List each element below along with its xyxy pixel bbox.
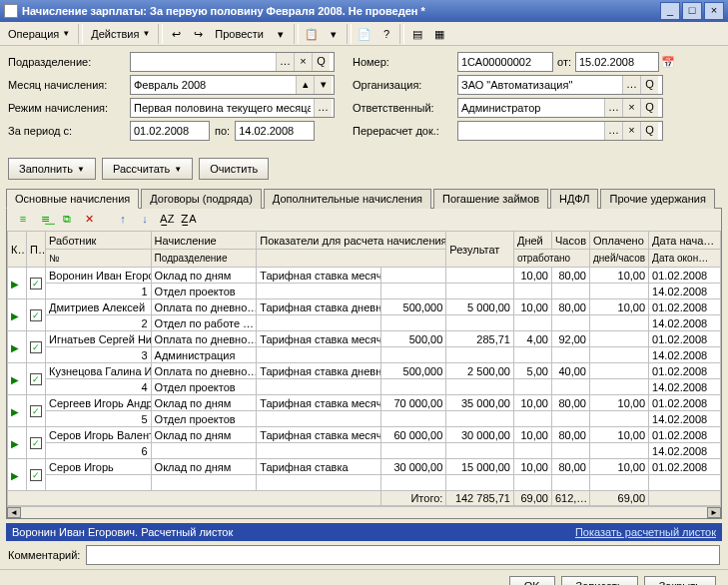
actions-menu[interactable]: Действия▼ bbox=[85, 26, 156, 42]
month-input[interactable]: ▴ ▾ bbox=[130, 75, 335, 95]
col-p[interactable]: П… bbox=[27, 232, 46, 268]
edit-row-icon[interactable]: ≡͟ bbox=[35, 211, 55, 229]
table-row[interactable]: ▶✓ Сергеев Игорь АндреевичОклад по днямТ… bbox=[8, 395, 721, 411]
col-podr[interactable]: Подразделение bbox=[151, 250, 257, 268]
add-row-icon[interactable]: ≡ bbox=[13, 211, 33, 229]
delete-row-icon[interactable]: ✕ bbox=[79, 211, 99, 229]
minimize-button[interactable]: _ bbox=[660, 2, 680, 20]
recalc-input[interactable]: … × Q bbox=[457, 121, 663, 141]
comment-input[interactable] bbox=[86, 545, 720, 565]
tab-contracts[interactable]: Договоры (подряда) bbox=[141, 189, 262, 209]
ellipsis-icon[interactable]: … bbox=[314, 99, 332, 117]
ellipsis-icon[interactable]: … bbox=[622, 76, 640, 94]
clear-button[interactable]: Очистить bbox=[199, 158, 269, 180]
clear-icon[interactable]: × bbox=[622, 122, 640, 140]
list1-icon[interactable]: ▤ bbox=[408, 25, 426, 43]
col-worked[interactable]: отработано bbox=[513, 250, 589, 268]
spin-up-icon[interactable]: ▴ bbox=[296, 76, 314, 94]
tab-main[interactable]: Основные начисления bbox=[6, 189, 139, 209]
table-row[interactable]: ▶✓ Дмитриев АлексейОплата по дневно…Тари… bbox=[8, 299, 721, 315]
menubar: Операция▼ Действия▼ ↩ ↪ Провести ▾ 📋 ▾ 📄… bbox=[0, 22, 728, 46]
clear-icon[interactable]: × bbox=[294, 53, 312, 71]
table-row[interactable]: 614.02.2008 bbox=[8, 443, 721, 459]
search-icon[interactable]: Q bbox=[640, 122, 658, 140]
col-date-to[interactable]: Дата окон… bbox=[649, 250, 721, 268]
tab-additional[interactable]: Дополнительные начисления bbox=[264, 189, 431, 209]
calendar-icon[interactable]: 📅 bbox=[661, 56, 675, 69]
table-row[interactable]: ▶✓ Игнатьев Сергей НиколаевичОплата по д… bbox=[8, 331, 721, 347]
recalc-label: Перерасчет док.: bbox=[353, 125, 457, 137]
tab-loans[interactable]: Погашение займов bbox=[433, 189, 548, 209]
sort-asc-icon[interactable]: A̲Z bbox=[157, 211, 177, 229]
forward-icon[interactable]: ↪ bbox=[189, 25, 207, 43]
table-row[interactable] bbox=[8, 475, 721, 491]
ellipsis-icon[interactable]: … bbox=[604, 122, 622, 140]
copy-row-icon[interactable]: ⧉ bbox=[57, 211, 77, 229]
search-icon[interactable]: Q bbox=[640, 99, 658, 117]
date-input[interactable] bbox=[575, 52, 659, 72]
close-button[interactable]: Закрыть bbox=[644, 576, 716, 585]
table-row[interactable]: 3Администрация14.02.2008 bbox=[8, 347, 721, 363]
maximize-button[interactable]: □ bbox=[682, 2, 702, 20]
col-days[interactable]: Дней bbox=[513, 232, 551, 250]
tab-other[interactable]: Прочие удержания bbox=[600, 189, 714, 209]
resp-input[interactable]: … × Q bbox=[457, 98, 663, 118]
save-button[interactable]: Записать bbox=[561, 576, 638, 585]
period-to-input[interactable] bbox=[235, 121, 315, 141]
table-row[interactable]: ▶✓ Серов ИгорьОклад по днямТарифная став… bbox=[8, 459, 721, 475]
show-payslip-link[interactable]: Показать расчетный листок bbox=[575, 526, 716, 538]
dropdown-icon[interactable]: ▾ bbox=[272, 25, 290, 43]
help-icon[interactable]: ? bbox=[377, 25, 395, 43]
list2-icon[interactable]: ▦ bbox=[430, 25, 448, 43]
ellipsis-icon[interactable]: … bbox=[604, 99, 622, 117]
move-down-icon[interactable]: ↓ bbox=[135, 211, 155, 229]
table-row[interactable]: ▶✓ Серов Игорь ВалентиновичОклад по дням… bbox=[8, 427, 721, 443]
col-paid-sub[interactable]: дней/часов bbox=[589, 250, 648, 268]
tool3-icon[interactable]: 📄 bbox=[356, 25, 373, 43]
number-label: Номер: bbox=[353, 56, 457, 68]
period-to-label: по: bbox=[215, 125, 230, 137]
col-paid[interactable]: Оплачено bbox=[589, 232, 648, 250]
col-result[interactable]: Результат bbox=[446, 232, 514, 268]
col-accrual[interactable]: Начисление bbox=[151, 232, 257, 250]
titlebar: Начисление зарплаты: За первую половину … bbox=[0, 0, 728, 22]
ot-label: от: bbox=[557, 56, 571, 68]
move-up-icon[interactable]: ↑ bbox=[113, 211, 133, 229]
tool1-icon[interactable]: 📋 bbox=[303, 25, 321, 43]
resp-label: Ответственный: bbox=[353, 102, 457, 114]
mode-input[interactable]: … bbox=[130, 98, 335, 118]
tab-ndfl[interactable]: НДФЛ bbox=[550, 189, 598, 209]
clear-icon[interactable]: × bbox=[622, 99, 640, 117]
operation-menu[interactable]: Операция▼ bbox=[2, 26, 76, 42]
table-row[interactable]: ▶✓ Воронин Иван ЕгоровичОклад по днямТар… bbox=[8, 268, 721, 284]
col-k[interactable]: К… bbox=[8, 232, 27, 268]
col-employee[interactable]: Работник bbox=[46, 232, 152, 250]
table-row[interactable]: 1Отдел проектов14.02.2008 bbox=[8, 284, 721, 299]
window-title: Начисление зарплаты: За первую половину … bbox=[22, 5, 658, 17]
ellipsis-icon[interactable]: … bbox=[276, 53, 294, 71]
col-indicators[interactable]: Показатели для расчета начисления bbox=[257, 232, 446, 250]
podrazdelenie-input[interactable]: … × Q bbox=[130, 52, 335, 72]
fill-button[interactable]: Заполнить▼ bbox=[8, 158, 96, 180]
number-input[interactable] bbox=[457, 52, 553, 72]
search-icon[interactable]: Q bbox=[640, 76, 658, 94]
search-icon[interactable]: Q bbox=[312, 53, 330, 71]
period-from-input[interactable] bbox=[130, 121, 210, 141]
col-no[interactable]: № bbox=[46, 250, 152, 268]
calc-button[interactable]: Рассчитать▼ bbox=[102, 158, 193, 180]
tool2-icon[interactable]: ▾ bbox=[325, 25, 343, 43]
table-row[interactable]: 4Отдел проектов14.02.2008 bbox=[8, 379, 721, 395]
col-hours[interactable]: Часов bbox=[551, 232, 589, 250]
close-button[interactable]: × bbox=[704, 2, 724, 20]
post-button[interactable]: Провести bbox=[209, 26, 270, 42]
col-date-from[interactable]: Дата нача… bbox=[649, 232, 721, 250]
sort-desc-icon[interactable]: Z̲A bbox=[179, 211, 199, 229]
table-row[interactable]: 5Отдел проектов14.02.2008 bbox=[8, 411, 721, 427]
spin-down-icon[interactable]: ▾ bbox=[314, 76, 332, 94]
org-input[interactable]: … Q bbox=[457, 75, 663, 95]
back-icon[interactable]: ↩ bbox=[167, 25, 185, 43]
table-row[interactable]: 2Отдел по работе …14.02.2008 bbox=[8, 315, 721, 331]
h-scrollbar[interactable]: ◄► bbox=[7, 506, 721, 518]
table-row[interactable]: ▶✓ Кузнецова Галина ИвановнаОплата по дн… bbox=[8, 363, 721, 379]
ok-button[interactable]: OK bbox=[509, 576, 555, 585]
